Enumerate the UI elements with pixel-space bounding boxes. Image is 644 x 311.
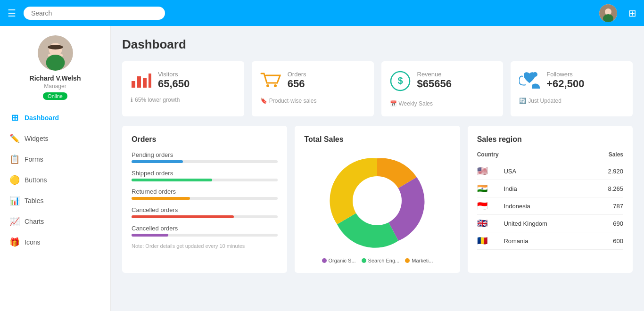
visitors-value: 65,650: [158, 78, 190, 90]
sales-region-title: Sales region: [477, 135, 623, 144]
sidebar-item-icons[interactable]: 🎁Icons: [0, 232, 110, 253]
region-row-4: 🇷🇴 Romania 600: [477, 232, 623, 250]
user-status-badge: Online: [43, 92, 67, 100]
orders-note: Note: Order details get updated every 10…: [132, 243, 278, 249]
col-sales-header: Sales: [592, 151, 623, 163]
progress-bar-fill-3: [132, 215, 234, 218]
order-label-1: Shipped orders: [132, 170, 278, 177]
stat-card-orders: Orders 656 🔖 Product-wise sales: [252, 61, 374, 116]
region-row-1: 🇮🇳 India 8.265: [477, 180, 623, 197]
order-label-2: Returned orders: [132, 188, 278, 195]
hamburger-icon[interactable]: ☰: [8, 8, 16, 19]
region-country-4: Romania: [504, 232, 592, 250]
total-sales-panel: Total Sales Organic S...: [295, 126, 460, 273]
followers-icon: [519, 71, 540, 93]
revenue-icon: $: [390, 71, 411, 96]
order-row-3: Cancelled orders: [132, 206, 278, 218]
region-table-body: 🇺🇸 USA 2.920 🇮🇳 India 8.265 🇮🇩 Indonesia…: [477, 163, 623, 250]
orders-value: 656: [288, 78, 306, 90]
sidebar-item-charts[interactable]: 📈Charts: [0, 211, 110, 232]
revenue-label: Revenue: [417, 71, 452, 78]
sidebar-item-label: Dashboard: [25, 114, 59, 122]
region-country-3: United Kingdom: [504, 215, 592, 232]
sidebar-nav: ⊞Dashboard✏️Widgets📋Forms🟡Buttons📊Tables…: [0, 107, 110, 253]
avatar[interactable]: [599, 4, 617, 22]
total-sales-title: Total Sales: [304, 135, 343, 144]
sidebar-item-buttons[interactable]: 🟡Buttons: [0, 170, 110, 190]
followers-sub: 🔄 Just Updated: [519, 98, 624, 104]
orders-label: Orders: [288, 71, 306, 78]
legend-label-search: Search Eng...: [368, 258, 400, 263]
region-country-2: Indonesia: [504, 197, 592, 215]
stat-cards: Visitors 65,650 ℹ 65% lower growth: [122, 61, 633, 116]
sidebar-item-label: Charts: [25, 218, 44, 225]
region-sales-2: 787: [592, 197, 623, 215]
progress-bar-bg-0: [132, 160, 278, 163]
revenue-value: $65656: [417, 78, 452, 90]
progress-bar-fill-2: [132, 197, 190, 200]
svg-point-17: [533, 72, 537, 77]
sidebar-item-dashboard[interactable]: ⊞Dashboard: [0, 107, 110, 128]
progress-bar-bg-3: [132, 215, 278, 218]
sidebar-item-label: Tables: [25, 197, 43, 205]
svg-rect-10: [137, 76, 141, 88]
svg-point-14: [274, 84, 277, 87]
sidebar-item-icon: 📈: [9, 216, 20, 227]
followers-label: Followers: [546, 71, 584, 78]
region-flag-1: 🇮🇳: [477, 180, 504, 197]
order-row-1: Shipped orders: [132, 170, 278, 181]
progress-bar-bg-2: [132, 197, 278, 200]
sidebar-item-label: Buttons: [25, 176, 47, 184]
revenue-sub: 📅 Weekly Sales: [390, 100, 495, 107]
region-row-3: 🇬🇧 United Kingdom 690: [477, 215, 623, 232]
sidebar-item-icon: 📋: [9, 154, 20, 164]
sidebar-item-tables[interactable]: 📊Tables: [0, 190, 110, 211]
svg-point-7: [46, 55, 65, 71]
orders-panel-title: Orders: [132, 135, 278, 144]
sidebar-item-icon: 📊: [9, 196, 20, 206]
sidebar-item-label: Widgets: [25, 135, 49, 142]
svg-rect-12: [149, 74, 151, 88]
legend-label-organic: Organic S...: [329, 258, 356, 263]
svg-text:$: $: [397, 75, 403, 86]
legend-marketing: Marketi...: [405, 258, 433, 263]
grid-icon[interactable]: ⊞: [628, 8, 636, 19]
legend-search: Search Eng...: [362, 258, 400, 263]
donut-legend: Organic S... Search Eng... Marketi...: [322, 258, 433, 263]
sidebar-item-icon: 🟡: [9, 175, 20, 185]
sidebar-item-icon: ⊞: [9, 113, 20, 123]
stat-card-visitors: Visitors 65,650 ℹ 65% lower growth: [122, 61, 244, 116]
search-input[interactable]: [24, 7, 165, 20]
region-sales-1: 8.265: [592, 180, 623, 197]
svg-rect-9: [132, 81, 135, 88]
sidebar-item-label: Forms: [25, 156, 43, 163]
progress-bar-fill-4: [132, 234, 168, 237]
main-layout: Richard V.Welsh Manager Online ⊞Dashboar…: [0, 26, 644, 311]
orders-icon: [260, 71, 281, 93]
visitors-icon: [131, 71, 151, 92]
progress-bar-fill-1: [132, 179, 212, 181]
region-sales-4: 600: [592, 232, 623, 250]
sidebar-avatar: [38, 35, 73, 71]
region-flag-2: 🇮🇩: [477, 197, 504, 215]
legend-organic: Organic S...: [322, 258, 356, 263]
stat-card-followers: Followers +62,500 🔄 Just Updated: [511, 61, 633, 116]
user-role: Manager: [44, 83, 66, 90]
orders-panel: Orders Pending orders Shipped orders Ret…: [122, 126, 287, 273]
order-label-0: Pending orders: [132, 151, 278, 158]
order-label-4: Cancelled orders: [132, 225, 278, 232]
order-row-2: Returned orders: [132, 188, 278, 200]
col-country-header: Country: [477, 151, 592, 163]
svg-point-18: [353, 176, 402, 225]
svg-point-8: [48, 45, 63, 49]
region-flag-4: 🇷🇴: [477, 232, 504, 250]
progress-bar-bg-1: [132, 179, 278, 181]
topnav: ☰ ⊞: [0, 0, 644, 26]
region-country-1: India: [504, 180, 592, 197]
sidebar-item-widgets[interactable]: ✏️Widgets: [0, 128, 110, 149]
legend-dot-search: [362, 258, 366, 263]
sidebar-item-label: Icons: [25, 238, 40, 246]
sidebar-item-forms[interactable]: 📋Forms: [0, 149, 110, 170]
sales-region-panel: Sales region Country Sales 🇺🇸 USA 2.920 …: [468, 126, 633, 273]
legend-dot-marketing: [405, 258, 410, 263]
